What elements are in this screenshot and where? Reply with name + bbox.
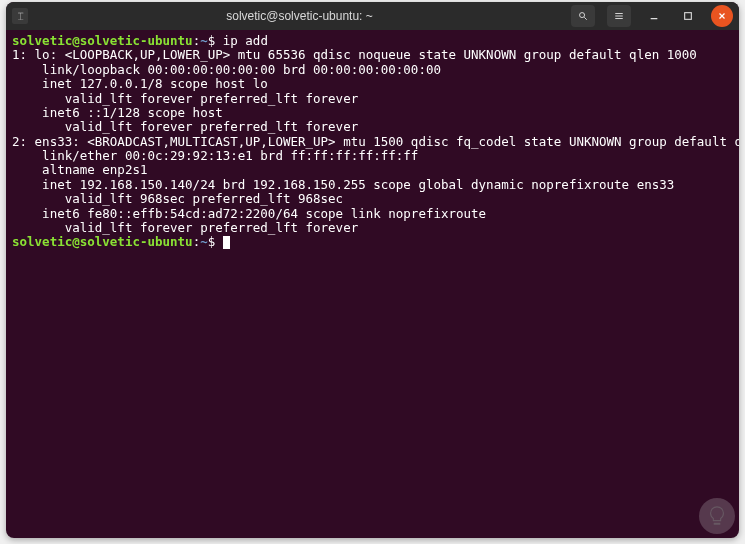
search-button[interactable] xyxy=(571,5,595,27)
watermark-icon xyxy=(699,498,735,534)
output-line: inet6 ::1/128 scope host xyxy=(12,105,230,120)
command-text: ip add xyxy=(223,33,268,48)
prompt-symbol: $ xyxy=(208,234,216,249)
terminal-body[interactable]: solvetic@solvetic-ubuntu:~$ ip add 1: lo… xyxy=(6,30,739,254)
svg-rect-6 xyxy=(685,13,692,20)
terminal-window: ⌶ solvetic@solvetic-ubuntu: ~ solvetic@s… xyxy=(6,2,739,538)
minimize-icon xyxy=(649,11,659,21)
close-icon xyxy=(717,11,727,21)
prompt-user-host: solvetic@solvetic-ubuntu xyxy=(12,33,193,48)
prompt-symbol: $ xyxy=(208,33,216,48)
output-line: link/ether 00:0c:29:92:13:e1 brd ff:ff:f… xyxy=(12,148,418,163)
output-line: link/loopback 00:00:00:00:00:00 brd 00:0… xyxy=(12,62,441,77)
cursor xyxy=(223,236,230,249)
output-line: 2: ens33: <BROADCAST,MULTICAST,UP,LOWER_… xyxy=(12,134,739,149)
titlebar-right xyxy=(571,5,733,27)
prompt-user-host: solvetic@solvetic-ubuntu xyxy=(12,234,193,249)
output-line: valid_lft forever preferred_lft forever xyxy=(12,91,358,106)
close-button[interactable] xyxy=(711,5,733,27)
output-line: 1: lo: <LOOPBACK,UP,LOWER_UP> mtu 65536 … xyxy=(12,47,697,62)
window-title: solvetic@solvetic-ubuntu: ~ xyxy=(28,9,571,23)
search-icon xyxy=(578,11,588,21)
output-line: valid_lft forever preferred_lft forever xyxy=(12,119,358,134)
hamburger-icon xyxy=(614,11,624,21)
minimize-button[interactable] xyxy=(643,5,665,27)
svg-point-0 xyxy=(580,13,585,18)
output-line: inet 127.0.0.1/8 scope host lo xyxy=(12,76,268,91)
svg-line-1 xyxy=(584,17,587,20)
hamburger-menu-button[interactable] xyxy=(607,5,631,27)
output-line: altname enp2s1 xyxy=(12,162,147,177)
output-line: inet 192.168.150.140/24 brd 192.168.150.… xyxy=(12,177,674,192)
maximize-button[interactable] xyxy=(677,5,699,27)
terminal-icon: ⌶ xyxy=(12,8,28,24)
titlebar: ⌶ solvetic@solvetic-ubuntu: ~ xyxy=(6,2,739,30)
prompt-path: ~ xyxy=(200,33,208,48)
prompt-path: ~ xyxy=(200,234,208,249)
lightbulb-icon xyxy=(706,505,728,527)
output-line: valid_lft forever preferred_lft forever xyxy=(12,220,358,235)
output-line: inet6 fe80::effb:54cd:ad72:2200/64 scope… xyxy=(12,206,494,221)
output-line: valid_lft 968sec preferred_lft 968sec xyxy=(12,191,343,206)
titlebar-left: ⌶ xyxy=(12,8,28,24)
maximize-icon xyxy=(683,11,693,21)
